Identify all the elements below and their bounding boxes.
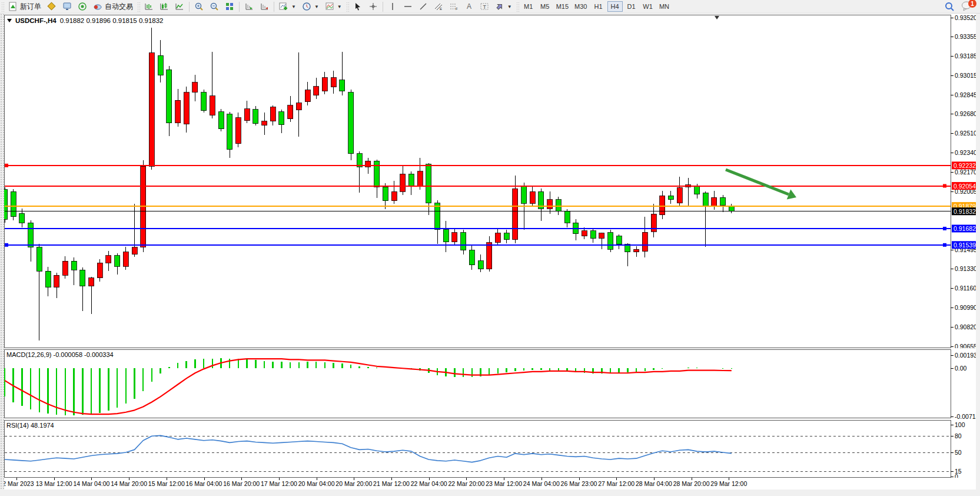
chevron-down-icon: ▼: [337, 4, 342, 9]
add-indicator-button[interactable]: ▼: [276, 1, 299, 12]
chevron-down-icon: ▼: [291, 4, 296, 9]
zoom-in-button[interactable]: [191, 1, 207, 12]
candle: [443, 230, 449, 242]
text-button[interactable]: A: [461, 1, 477, 12]
timeframe-m30[interactable]: M30: [572, 1, 589, 12]
rsi-indicator-panel[interactable]: 1008050150: [0, 419, 980, 478]
sound-button[interactable]: [75, 1, 90, 12]
date-label: 23 Mar 12:00: [486, 480, 522, 487]
line-handle[interactable]: [943, 184, 946, 188]
timeframe-w1[interactable]: W1: [640, 1, 656, 12]
toolbar-grip[interactable]: [516, 2, 519, 12]
shapes-button[interactable]: ▼: [492, 1, 515, 12]
candle: [210, 96, 215, 115]
line-handle[interactable]: [943, 243, 946, 247]
period-button[interactable]: ▼: [299, 1, 322, 12]
cursor-button[interactable]: [350, 1, 366, 12]
candle: [62, 261, 68, 275]
crosshair-button[interactable]: [366, 1, 381, 12]
timeframe-m1[interactable]: M1: [521, 1, 536, 12]
hline-button[interactable]: [400, 1, 416, 12]
candle: [426, 164, 431, 203]
date-tick: [241, 478, 242, 480]
date-tick: [91, 478, 92, 480]
depth-button[interactable]: [59, 1, 75, 12]
candle: [218, 112, 224, 129]
timeframe-h1[interactable]: H1: [591, 1, 606, 12]
candle: [564, 211, 570, 223]
price-label-badge-text: 0.91682: [954, 225, 976, 232]
bar-chart-button[interactable]: [141, 1, 157, 12]
candle: [244, 109, 250, 121]
date-tick: [729, 478, 729, 480]
date-label: 20 Mar 20:00: [335, 480, 372, 487]
zoom-out-button[interactable]: [207, 1, 222, 12]
hline-icon: [403, 2, 413, 11]
candlestick-button[interactable]: [157, 1, 172, 12]
cursor-icon: [353, 2, 363, 11]
template-button[interactable]: ▼: [322, 1, 345, 12]
candle: [487, 243, 492, 269]
candle: [201, 92, 207, 111]
candle: [296, 103, 301, 110]
line-handle[interactable]: [5, 164, 8, 167]
toolbar-grip[interactable]: [137, 2, 140, 12]
candle: [11, 191, 16, 217]
window-bottom-scroll-area[interactable]: [0, 490, 980, 496]
quotes-button[interactable]: [44, 1, 59, 12]
timeframe-h4[interactable]: H4: [607, 1, 623, 12]
price-tick-label: 0.93355: [955, 33, 977, 40]
main-price-chart[interactable]: 0.935200.933550.931850.930150.928450.926…: [0, 14, 980, 348]
candle: [677, 187, 682, 203]
channel-button[interactable]: E: [431, 1, 446, 12]
date-label: 12 Mar 2023: [0, 480, 34, 487]
macd-indicator-label: MACD(12,26,9) -0.000058 -0.000334: [6, 351, 114, 358]
candle: [383, 187, 388, 200]
candle: [400, 174, 406, 191]
chart-title: USDCHF-,H4 0.91882 0.91896 0.91815 0.918…: [7, 17, 164, 24]
candle: [71, 261, 77, 270]
line-chart-button[interactable]: [172, 1, 187, 12]
label-icon: T: [480, 2, 489, 11]
candle: [54, 275, 59, 287]
one-click-trading-toggle-icon[interactable]: [7, 19, 12, 22]
candle: [175, 100, 181, 123]
timeframe-m15[interactable]: M15: [554, 1, 571, 12]
search-button[interactable]: [941, 1, 958, 12]
channel-icon: E: [434, 2, 443, 11]
line-handle[interactable]: [5, 243, 8, 247]
candle: [322, 78, 327, 91]
chart-symbol-period: USDCHF-,H4: [15, 17, 57, 24]
autotrade-icon: [93, 2, 102, 11]
bar-chart-icon: [144, 2, 154, 11]
label-button[interactable]: T: [477, 1, 492, 12]
trendline-icon: [418, 2, 428, 11]
date-label: 27 Mar 12:00: [598, 480, 634, 487]
fibonacci-button[interactable]: F: [446, 1, 461, 12]
macd-indicator-panel[interactable]: 0.0019380.00-0.007132: [0, 349, 980, 419]
notifications-button[interactable]: 1: [961, 1, 974, 12]
rsi-tick-label: 80: [955, 432, 962, 439]
candle: [642, 232, 647, 252]
candle: [408, 174, 414, 186]
tile-windows-button[interactable]: [222, 1, 237, 12]
profile-next-button[interactable]: [241, 1, 257, 12]
time-axis[interactable]: 12 Mar 202313 Mar 12:0014 Mar 04:0014 Ma…: [0, 478, 980, 490]
toolbar-grip[interactable]: [346, 2, 349, 12]
timeframe-d1[interactable]: D1: [624, 1, 639, 12]
toolbar-grip[interactable]: [1, 2, 4, 12]
candle: [36, 247, 42, 271]
profile-prev-button[interactable]: [257, 1, 272, 12]
trendline-button[interactable]: [416, 1, 431, 12]
timeframe-mn[interactable]: MN: [657, 1, 672, 12]
line-handle[interactable]: [943, 227, 946, 230]
new-order-button[interactable]: 新订单: [5, 1, 44, 12]
date-tick: [317, 478, 317, 480]
quotes-icon: [47, 2, 57, 11]
date-tick: [54, 478, 55, 480]
chart-plot-border: [4, 15, 951, 348]
autotrade-button[interactable]: 自动交易: [90, 1, 136, 12]
vline-button[interactable]: [385, 1, 400, 12]
date-label: 29 Mar 12:00: [710, 480, 747, 487]
timeframe-m5[interactable]: M5: [537, 1, 553, 12]
